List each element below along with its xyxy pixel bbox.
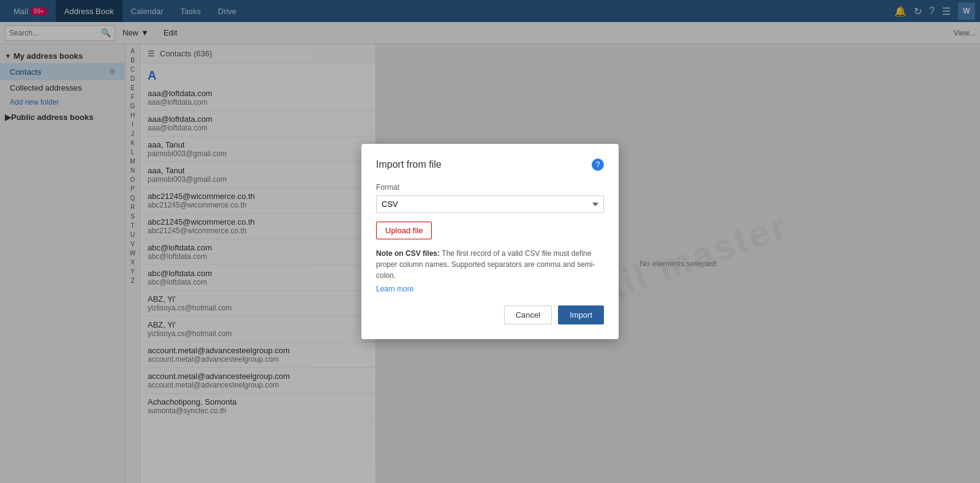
upload-file-button[interactable]: Upload file [376, 222, 432, 239]
note-prefix: Note on CSV files: [376, 249, 442, 258]
cancel-button[interactable]: Cancel [504, 305, 552, 324]
format-select[interactable]: CSVvCard [376, 195, 604, 213]
learn-more-link[interactable]: Learn more [376, 285, 604, 293]
format-label: Format [376, 183, 604, 192]
modal-title: Import from file [376, 159, 442, 170]
modal-overlay[interactable]: Import from file ? Format CSVvCard Uploa… [0, 0, 980, 483]
csv-note: Note on CSV files: The first record of a… [376, 248, 604, 281]
import-button[interactable]: Import [558, 305, 604, 324]
import-dialog: Import from file ? Format CSVvCard Uploa… [361, 144, 619, 339]
help-button[interactable]: ? [592, 159, 604, 171]
modal-header: Import from file ? [376, 159, 604, 171]
modal-footer: Cancel Import [376, 305, 604, 324]
